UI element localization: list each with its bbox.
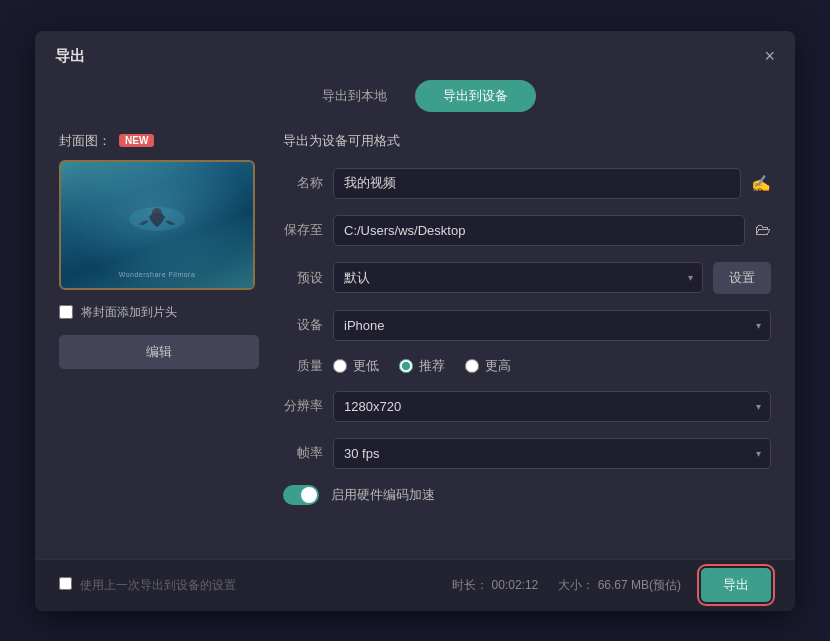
- quality-low-label: 更低: [353, 357, 379, 375]
- svg-point-1: [152, 208, 162, 218]
- footer-meta: 时长： 00:02:12 大小： 66.67 MB(预估): [452, 577, 681, 594]
- device-row: 设备 iPhone ▾: [283, 310, 771, 341]
- device-label: 设备: [283, 316, 323, 334]
- name-input[interactable]: [333, 168, 741, 199]
- quality-radio-group: 更低 推荐 更高: [333, 357, 511, 375]
- resolution-row: 分辨率 1280x720 1920x1080 720x480 ▾: [283, 391, 771, 422]
- quality-recommended-radio[interactable]: [399, 359, 413, 373]
- settings-button[interactable]: 设置: [713, 262, 771, 294]
- new-badge: NEW: [119, 134, 154, 147]
- quality-high-label: 更高: [485, 357, 511, 375]
- quality-low-radio[interactable]: [333, 359, 347, 373]
- remember-settings-checkbox[interactable]: [59, 577, 72, 590]
- hardware-toggle[interactable]: [283, 485, 319, 505]
- size-label: 大小：: [558, 578, 594, 592]
- dialog-footer: 使用上一次导出到设备的设置 时长： 00:02:12 大小： 66.67 MB(…: [35, 559, 795, 611]
- hardware-toggle-row: 启用硬件编码加速: [283, 485, 771, 505]
- right-panel: 导出为设备可用格式 名称 ✍ 保存至 🗁 预设 默认 ▾: [283, 132, 771, 505]
- export-dialog: 导出 × 导出到本地 导出到设备 封面图： NEW: [35, 31, 795, 611]
- size-value: 66.67 MB(预估): [598, 578, 681, 592]
- preset-label: 预设: [283, 269, 323, 287]
- dialog-title: 导出: [55, 47, 85, 66]
- save-row: 保存至 🗁: [283, 215, 771, 246]
- fps-select-wrapper: 30 fps 60 fps 24 fps ▾: [333, 438, 771, 469]
- cover-label-text: 封面图：: [59, 132, 111, 150]
- preset-select[interactable]: 默认: [333, 262, 703, 293]
- cover-watermark: Wondershare Filmora: [61, 271, 253, 278]
- footer-right: 时长： 00:02:12 大小： 66.67 MB(预估) 导出: [452, 568, 771, 602]
- tab-bar: 导出到本地 导出到设备: [35, 80, 795, 112]
- dialog-body: 封面图： NEW Wondershare Filmora: [35, 132, 795, 505]
- add-cover-checkbox[interactable]: [59, 305, 73, 319]
- resolution-label: 分辨率: [283, 397, 323, 415]
- dialog-header: 导出 ×: [35, 31, 795, 66]
- remember-settings-checkbox-wrap: [59, 576, 72, 594]
- cover-image-inner: Wondershare Filmora: [61, 162, 253, 288]
- device-select-wrapper: iPhone ▾: [333, 310, 771, 341]
- save-input[interactable]: [333, 215, 745, 246]
- diver-illustration: [127, 199, 187, 239]
- close-button[interactable]: ×: [764, 47, 775, 65]
- left-panel: 封面图： NEW Wondershare Filmora: [59, 132, 259, 505]
- name-label: 名称: [283, 174, 323, 192]
- quality-low[interactable]: 更低: [333, 357, 379, 375]
- quality-recommended[interactable]: 推荐: [399, 357, 445, 375]
- tab-device[interactable]: 导出到设备: [415, 80, 536, 112]
- preset-row: 预设 默认 ▾ 设置: [283, 262, 771, 294]
- hardware-toggle-label: 启用硬件编码加速: [331, 486, 435, 504]
- resolution-select[interactable]: 1280x720 1920x1080 720x480: [333, 391, 771, 422]
- size-meta: 大小： 66.67 MB(预估): [558, 577, 681, 594]
- fps-select[interactable]: 30 fps 60 fps 24 fps: [333, 438, 771, 469]
- fps-row: 帧率 30 fps 60 fps 24 fps ▾: [283, 438, 771, 469]
- quality-recommended-label: 推荐: [419, 357, 445, 375]
- footer-left: 使用上一次导出到设备的设置: [59, 576, 236, 594]
- section-title: 导出为设备可用格式: [283, 132, 771, 150]
- cover-image: Wondershare Filmora: [59, 160, 255, 290]
- quality-high[interactable]: 更高: [465, 357, 511, 375]
- resolution-select-wrapper: 1280x720 1920x1080 720x480 ▾: [333, 391, 771, 422]
- ai-icon[interactable]: ✍: [751, 174, 771, 193]
- tab-local[interactable]: 导出到本地: [294, 80, 415, 112]
- fps-label: 帧率: [283, 444, 323, 462]
- quality-row: 质量 更低 推荐 更高: [283, 357, 771, 375]
- export-button[interactable]: 导出: [701, 568, 771, 602]
- device-select[interactable]: iPhone: [333, 310, 771, 341]
- duration-label: 时长：: [452, 578, 488, 592]
- folder-icon[interactable]: 🗁: [755, 221, 771, 239]
- add-cover-label[interactable]: 将封面添加到片头: [81, 304, 177, 321]
- name-row: 名称 ✍: [283, 168, 771, 199]
- remember-settings-label[interactable]: 使用上一次导出到设备的设置: [80, 577, 236, 594]
- save-label: 保存至: [283, 221, 323, 239]
- cover-checkbox-row: 将封面添加到片头: [59, 304, 259, 321]
- duration-meta: 时长： 00:02:12: [452, 577, 538, 594]
- cover-label: 封面图： NEW: [59, 132, 259, 150]
- preset-select-wrapper: 默认 ▾: [333, 262, 703, 293]
- quality-high-radio[interactable]: [465, 359, 479, 373]
- duration-value: 00:02:12: [492, 578, 539, 592]
- edit-button[interactable]: 编辑: [59, 335, 259, 369]
- quality-label: 质量: [283, 357, 323, 375]
